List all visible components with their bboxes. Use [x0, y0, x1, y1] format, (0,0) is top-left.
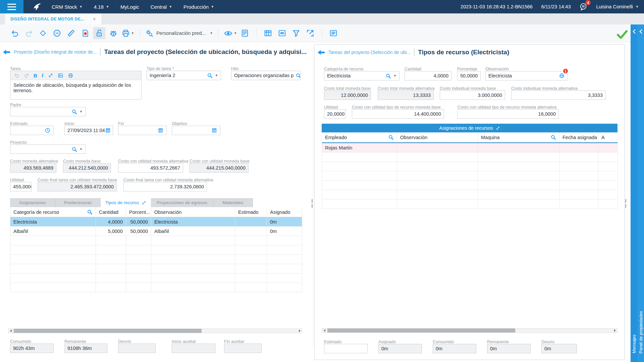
desvio-recurso-input[interactable]: 0m	[541, 344, 577, 353]
table-row-electricista[interactable]: Electricista 4,0000 50,0000 Electricista…	[10, 217, 302, 227]
utilidad-recurso-input[interactable]: 20,0000	[324, 109, 346, 119]
table-row-rojas-martin[interactable]: Rojas Martin	[322, 143, 618, 153]
table-row-albanil[interactable]: Albañil 5,0000 50,0000 Albañil 0m	[10, 227, 302, 236]
splitter-handle[interactable]	[312, 199, 313, 208]
measure-button[interactable]	[65, 27, 77, 39]
panel-splitter[interactable]	[313, 47, 313, 347]
costo-moneda-base-input[interactable]: 444.212.540,0000	[63, 163, 111, 173]
fin-date-input[interactable]	[118, 126, 167, 135]
tab-proyecciones-de-egresos[interactable]: Proyecciones de egresos	[151, 198, 213, 207]
column-header[interactable]: Cantidad	[96, 207, 126, 217]
scroll-left-arrow[interactable]	[8, 329, 13, 333]
grid-view-button[interactable]	[262, 27, 274, 39]
estimado-input[interactable]	[10, 126, 54, 135]
costo-total-moneda-base-input[interactable]: 12.000,0000	[324, 90, 371, 100]
horizontal-scrollbar[interactable]	[322, 328, 618, 333]
column-header[interactable]: Categoría de recurso	[10, 207, 96, 217]
costo-individual-moneda-alternativa-input[interactable]: 3,3333	[511, 90, 606, 100]
search-icon[interactable]	[388, 134, 394, 140]
costo-moneda-alternativa-input[interactable]: 493.569,4889	[10, 163, 56, 173]
search-icon[interactable]	[207, 73, 213, 78]
column-header[interactable]: Fecha asignada	[559, 132, 598, 142]
tab-materiales[interactable]: Materiales	[213, 198, 253, 207]
costo-con-utilidad-base-input[interactable]: 14.400,0000	[352, 109, 444, 119]
debug-button[interactable]	[107, 27, 119, 39]
observacion-input[interactable]: Electricista	[485, 71, 568, 80]
tab-predecesoras[interactable]: Predecesoras	[55, 198, 101, 207]
globe-icon[interactable]	[68, 73, 73, 78]
print-button[interactable]: ▼	[121, 27, 134, 39]
undo-icon[interactable]	[14, 73, 19, 78]
record-button[interactable]	[79, 27, 91, 39]
costo-individual-moneda-base-input[interactable]: 3.000,0000	[440, 90, 505, 100]
consumido-input[interactable]: 902h 43m	[10, 344, 54, 353]
expand-editor-icon[interactable]	[48, 73, 53, 78]
report-preview-button[interactable]	[239, 27, 251, 39]
column-header[interactable]: Asignado	[267, 207, 302, 217]
preview-eye-button[interactable]: ▼	[224, 27, 237, 39]
column-header[interactable]: Estimado	[235, 207, 267, 217]
nav-central[interactable]: Central▼	[151, 4, 172, 10]
nav-version[interactable]: 4.18▼	[94, 4, 109, 10]
hamburger-menu-button[interactable]	[0, 0, 23, 13]
list-details-button[interactable]	[327, 27, 339, 39]
costo-final-utilidad-alternativa-input[interactable]: 2.739.326,0800	[123, 182, 207, 191]
sidebar-tab-panel-de-propiedades[interactable]: Panel de propiedades	[637, 24, 644, 362]
scrollbar-thumb[interactable]	[327, 328, 515, 333]
nav-crm-stock[interactable]: CRM Stock▼	[52, 4, 83, 10]
scrollbar-thumb[interactable]	[14, 329, 202, 333]
search-icon[interactable]	[296, 73, 301, 78]
search-icon[interactable]	[71, 109, 77, 115]
eraser-button[interactable]	[37, 27, 49, 39]
search-icon[interactable]	[87, 209, 93, 215]
messages-button[interactable]: 4	[579, 3, 587, 11]
categoria-de-recurso-lookup[interactable]: Electricista ▼	[324, 71, 399, 80]
clock-icon[interactable]	[45, 127, 51, 133]
costo-con-utilidad-moneda-alternativa-input[interactable]: 493.572,2667	[118, 163, 183, 173]
filter-button[interactable]	[290, 27, 302, 39]
breadcrumb[interactable]: Tareas del proyecto (Selección de ubi...	[328, 50, 411, 55]
column-header[interactable]: Observación	[397, 132, 478, 142]
inicio-auxiliar-input[interactable]	[172, 344, 215, 353]
confirm-button[interactable]	[616, 29, 628, 40]
padre-lookup[interactable]: ▼	[10, 107, 86, 116]
cantidad-input[interactable]: 4,0000	[405, 71, 451, 80]
undo-button[interactable]	[9, 27, 21, 39]
search-icon[interactable]	[550, 134, 556, 140]
column-header[interactable]: Maquina	[478, 132, 559, 142]
sidebar-tab-mensajes[interactable]: Mensajes	[631, 24, 637, 362]
redo-button[interactable]	[23, 27, 35, 39]
fin-auxiliar-input[interactable]	[224, 344, 262, 353]
user-menu[interactable]: Luisina Cominelli▼	[596, 4, 639, 9]
scroll-right-arrow[interactable]	[297, 329, 302, 333]
watch-window-button[interactable]	[276, 27, 288, 39]
chevron-down-icon[interactable]: ▼	[393, 74, 396, 77]
desvio-input[interactable]	[118, 344, 156, 353]
inicio-date-input[interactable]: 27/09/2023 11:04	[64, 126, 113, 135]
tarea-richtext-editor[interactable]: B I Selección de ubicación, búsqueda y a…	[10, 71, 142, 100]
calendar-icon[interactable]	[211, 127, 217, 133]
column-header[interactable]: Porcent...	[126, 207, 151, 217]
close-icon[interactable]: ×	[93, 16, 96, 22]
back-arrow-icon[interactable]	[3, 49, 10, 55]
unlock-button[interactable]	[93, 27, 105, 39]
search-icon[interactable]	[71, 146, 77, 152]
tarea-input[interactable]: Selección de ubicación, búsqueda y adqui…	[10, 80, 141, 96]
search-icon[interactable]	[385, 73, 391, 79]
remanente-input[interactable]: 9108h 36m	[64, 344, 107, 353]
insert-image-icon[interactable]	[58, 73, 63, 78]
estimado-recurso-input[interactable]	[324, 344, 368, 353]
nav-mylogic[interactable]: MyLogic	[120, 4, 139, 10]
asignado-input[interactable]: 0m	[378, 344, 422, 353]
costo-total-moneda-alternativa-input[interactable]: 13,3333	[378, 90, 434, 100]
calendar-icon[interactable]	[105, 127, 111, 133]
column-header[interactable]: Empleado	[322, 132, 397, 142]
costo-final-utilidad-base-input[interactable]: 2.465.393.472,0000	[38, 182, 117, 191]
fullscreen-button[interactable]	[304, 27, 316, 39]
tipo-de-tarea-lookup[interactable]: Ingeniería 2 ▼	[147, 71, 221, 80]
objetivo-date-input[interactable]	[172, 126, 220, 135]
chevron-down-icon[interactable]: ▼	[215, 74, 218, 77]
redo-icon[interactable]	[24, 73, 29, 78]
expand-icon[interactable]	[496, 126, 500, 130]
utilidad-input[interactable]: 455,0000	[10, 182, 32, 191]
